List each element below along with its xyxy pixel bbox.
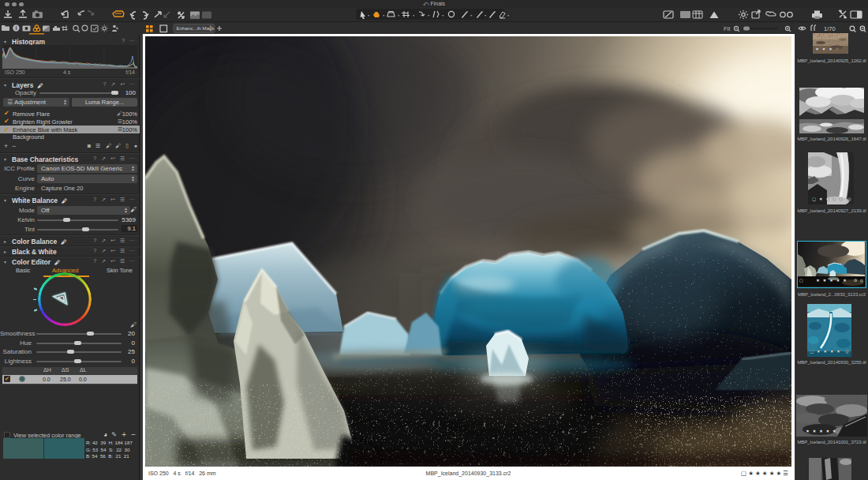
svg-text:1/70: 1/70 xyxy=(824,25,836,32)
svg-text:i: i xyxy=(15,25,17,31)
svg-text:Enhanc...th Mask: Enhanc...th Mask xyxy=(177,25,215,31)
svg-text:Fit: Fit xyxy=(724,25,731,32)
